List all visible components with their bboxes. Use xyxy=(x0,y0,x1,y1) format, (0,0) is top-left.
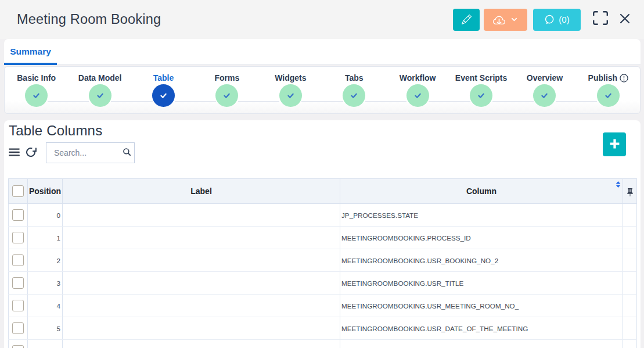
row-checkbox-cell xyxy=(9,340,28,348)
pin-icon[interactable] xyxy=(627,188,634,197)
header-checkbox-cell xyxy=(9,179,28,204)
row-checkbox[interactable] xyxy=(12,322,24,334)
row-checkbox-cell xyxy=(9,295,28,317)
menu-button[interactable] xyxy=(9,148,20,158)
step-label: Basic Info xyxy=(17,73,56,83)
table-columns-section: Table Columns xyxy=(4,120,641,348)
step-label: Workflow xyxy=(400,73,436,83)
row-checkbox[interactable] xyxy=(12,345,24,348)
step-circle xyxy=(279,84,302,107)
chat-icon xyxy=(544,15,555,25)
row-checkbox-cell xyxy=(9,227,28,249)
step-circle xyxy=(215,84,238,107)
select-all-checkbox[interactable] xyxy=(12,185,24,197)
refresh-button[interactable] xyxy=(26,147,37,159)
row-checkbox[interactable] xyxy=(12,209,24,221)
cell-pin xyxy=(623,340,637,348)
check-icon xyxy=(603,91,613,101)
refresh-icon xyxy=(26,147,37,159)
table-row: 5MEETINGROOMBOOKING.USR_DATE_OF_THE_MEET… xyxy=(9,317,637,340)
check-icon xyxy=(159,91,168,101)
check-icon xyxy=(476,91,486,101)
cell-column: MEETINGROOMBOOKING.PROCESS_ID xyxy=(340,227,623,249)
search-input[interactable] xyxy=(46,148,115,157)
step-overview[interactable]: Overview xyxy=(513,73,576,114)
step-circle xyxy=(533,84,556,107)
header-actions: (0) xyxy=(453,9,630,31)
chevron-down-icon xyxy=(510,16,518,23)
comments-button[interactable]: (0) xyxy=(533,9,581,31)
header-pin-cell xyxy=(623,179,637,204)
step-circle xyxy=(343,84,365,107)
cell-position: 0 xyxy=(28,204,63,227)
step-basic-info[interactable]: Basic Info xyxy=(5,73,68,114)
tab-summary[interactable]: Summary xyxy=(4,39,57,64)
header-position[interactable]: Position xyxy=(28,179,63,204)
check-icon xyxy=(222,91,232,101)
step-label: Data Model xyxy=(78,73,122,83)
cell-column: MEETINGROOMBOOKING.USR_MEETING_ROOM_NO_ xyxy=(340,295,623,317)
fullscreen-button[interactable] xyxy=(593,12,608,26)
cell-position: 5 xyxy=(28,317,63,340)
header-label[interactable]: Label xyxy=(63,179,340,204)
row-checkbox[interactable] xyxy=(12,300,24,311)
step-event-scripts[interactable]: Event Scripts xyxy=(449,73,513,114)
step-label: Overview xyxy=(527,73,563,83)
cell-column: MEETINGROOMBOOKING.USR_BOOKING_NO_2 xyxy=(340,249,623,272)
window-title: Meeting Room Booking xyxy=(17,12,161,27)
comments-count: (0) xyxy=(559,15,569,24)
check-icon xyxy=(349,91,359,101)
step-circle xyxy=(89,84,111,107)
row-checkbox[interactable] xyxy=(12,232,24,243)
row-checkbox[interactable] xyxy=(12,254,24,266)
cell-label xyxy=(63,295,340,317)
cell-column xyxy=(340,340,623,348)
check-icon xyxy=(286,91,296,101)
step-circle xyxy=(25,84,48,107)
table-row: 1MEETINGROOMBOOKING.PROCESS_ID xyxy=(9,227,637,249)
close-icon xyxy=(620,13,630,26)
cell-position: 4 xyxy=(28,295,63,317)
sort-icon[interactable] xyxy=(616,181,621,188)
header-column-label: Column xyxy=(466,186,497,196)
row-checkbox-cell xyxy=(9,317,28,340)
row-checkbox-cell xyxy=(9,272,28,295)
table-row: 3MEETINGROOMBOOKING.USR_TITLE xyxy=(9,272,637,295)
add-column-button[interactable] xyxy=(603,132,626,156)
cell-position xyxy=(28,340,63,348)
step-tabs[interactable]: Tabs xyxy=(322,73,386,114)
cell-pin xyxy=(623,227,637,249)
edit-button[interactable] xyxy=(453,9,480,31)
search-box xyxy=(46,142,135,163)
table-toolbar xyxy=(9,142,636,163)
table-row: 4MEETINGROOMBOOKING.USR_MEETING_ROOM_NO_ xyxy=(9,295,637,317)
step-label: Forms xyxy=(215,73,240,83)
step-forms[interactable]: Forms xyxy=(195,73,258,114)
row-checkbox-cell xyxy=(9,249,28,272)
row-checkbox-cell xyxy=(9,204,28,227)
step-label: Widgets xyxy=(275,73,306,83)
step-table[interactable]: Table xyxy=(132,73,195,114)
cell-position: 1 xyxy=(28,227,63,249)
step-workflow[interactable]: Workflow xyxy=(386,73,449,114)
step-circle xyxy=(597,84,620,107)
app-steps-card: Basic InfoData ModelTableFormsWidgetsTab… xyxy=(4,66,641,114)
deploy-dropdown-button[interactable] xyxy=(484,9,527,31)
close-button[interactable] xyxy=(620,15,630,25)
modal-body: Summary Basic InfoData ModelTableFormsWi… xyxy=(4,39,641,348)
check-icon xyxy=(539,91,549,101)
cell-label xyxy=(63,204,340,227)
header-column[interactable]: Column xyxy=(340,179,623,204)
search-button[interactable] xyxy=(120,143,133,163)
section-title: Table Columns xyxy=(9,123,636,139)
step-widgets[interactable]: Widgets xyxy=(259,73,322,114)
step-publish[interactable]: Publish xyxy=(577,73,640,114)
check-icon xyxy=(413,91,423,101)
cell-pin xyxy=(623,249,637,272)
cell-pin xyxy=(623,272,637,295)
row-checkbox[interactable] xyxy=(12,277,24,289)
cell-label xyxy=(63,340,340,348)
active-tab-underline xyxy=(4,63,57,65)
info-icon xyxy=(620,74,628,82)
step-data-model[interactable]: Data Model xyxy=(68,73,131,114)
